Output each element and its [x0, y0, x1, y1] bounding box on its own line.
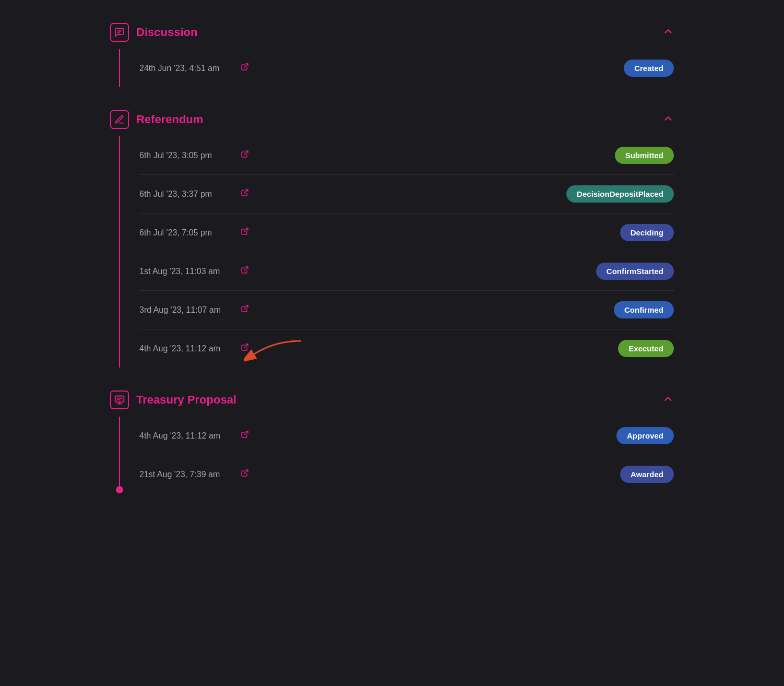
external-link-icon[interactable]	[241, 188, 249, 199]
timeline-line-discussion	[110, 49, 129, 87]
timestamp: 4th Aug '23, 11:12 am	[139, 344, 233, 353]
timestamp: 3rd Aug '23, 11:07 am	[139, 305, 233, 315]
section-discussion: Discussion24th Jun '23, 4:51 amCreated	[110, 16, 674, 87]
external-link-icon[interactable]	[241, 150, 249, 161]
section-referendum: Referendum6th Jul '23, 3:05 pmSubmitted6…	[110, 103, 674, 368]
section-treasury: Treasury Proposal4th Aug '23, 11:12 amAp…	[110, 383, 674, 493]
timeline-row: 4th Aug '23, 11:12 amExecuted	[139, 329, 674, 368]
svg-line-4	[244, 190, 248, 193]
timeline-row: 1st Aug '23, 11:03 amConfirmStarted	[139, 252, 674, 291]
timeline-row: 3rd Aug '23, 11:07 amConfirmed	[139, 291, 674, 329]
svg-line-15	[244, 431, 248, 435]
status-badge: Submitted	[615, 147, 674, 164]
timeline-referendum: 6th Jul '23, 3:05 pmSubmitted6th Jul '23…	[110, 136, 674, 368]
svg-line-16	[244, 470, 248, 474]
timeline-discussion: 24th Jun '23, 4:51 amCreated	[110, 49, 674, 87]
status-badge: Confirmed	[614, 301, 674, 318]
external-link-icon[interactable]	[241, 63, 249, 74]
timestamp: 1st Aug '23, 11:03 am	[139, 267, 233, 276]
chevron-icon-referendum[interactable]	[662, 113, 674, 127]
svg-line-5	[244, 228, 248, 232]
main-container: Discussion24th Jun '23, 4:51 amCreatedRe…	[79, 0, 705, 525]
timeline-dot-end	[116, 486, 123, 493]
external-link-icon[interactable]	[241, 304, 249, 315]
status-badge: Deciding	[620, 224, 674, 241]
external-link-icon[interactable]	[241, 227, 249, 238]
chevron-icon-treasury[interactable]	[662, 393, 674, 407]
section-title-treasury: Treasury Proposal	[136, 393, 236, 407]
discussion-icon	[110, 23, 129, 42]
timeline-line-treasury	[110, 417, 129, 493]
timeline-row: 6th Jul '23, 3:05 pmSubmitted	[139, 136, 674, 175]
svg-line-6	[244, 267, 248, 270]
timeline-line-referendum	[110, 136, 129, 368]
status-badge: Awarded	[620, 466, 674, 483]
section-title-discussion: Discussion	[136, 26, 197, 39]
referendum-icon	[110, 110, 129, 129]
timeline-items-discussion: 24th Jun '23, 4:51 amCreated	[129, 49, 674, 87]
status-badge: DecisionDepositPlaced	[566, 185, 674, 203]
section-header-discussion[interactable]: Discussion	[110, 16, 674, 49]
timeline-items-referendum: 6th Jul '23, 3:05 pmSubmitted6th Jul '23…	[129, 136, 674, 368]
chevron-icon-discussion[interactable]	[662, 26, 674, 40]
timestamp: 4th Aug '23, 11:12 am	[139, 431, 233, 441]
arrow-annotation	[244, 336, 306, 362]
timestamp: 6th Jul '23, 7:05 pm	[139, 228, 233, 238]
timeline-items-treasury: 4th Aug '23, 11:12 amApproved21st Aug '2…	[129, 417, 674, 493]
timestamp: 6th Jul '23, 3:37 pm	[139, 190, 233, 199]
svg-line-7	[244, 305, 248, 309]
timeline-vline	[119, 417, 120, 486]
timeline-vline	[119, 49, 120, 87]
timestamp: 21st Aug '23, 7:39 am	[139, 470, 233, 479]
timeline-row: 21st Aug '23, 7:39 amAwarded	[139, 455, 674, 493]
timeline-row: 24th Jun '23, 4:51 amCreated	[139, 49, 674, 87]
svg-line-9	[244, 344, 248, 348]
svg-rect-10	[115, 396, 124, 403]
external-link-icon[interactable]	[241, 266, 249, 277]
timeline-row: 4th Aug '23, 11:12 amApproved	[139, 417, 674, 455]
treasury-icon	[110, 391, 129, 409]
section-header-treasury[interactable]: Treasury Proposal	[110, 383, 674, 417]
svg-line-3	[244, 151, 248, 155]
status-badge: Approved	[616, 427, 674, 444]
external-link-icon[interactable]	[241, 469, 249, 480]
timeline-vline	[119, 136, 120, 368]
timestamp: 6th Jul '23, 3:05 pm	[139, 151, 233, 160]
status-badge: Created	[624, 60, 674, 77]
timestamp: 24th Jun '23, 4:51 am	[139, 64, 233, 73]
svg-line-2	[244, 64, 248, 67]
timeline-treasury: 4th Aug '23, 11:12 amApproved21st Aug '2…	[110, 417, 674, 493]
status-badge: Executed	[618, 340, 674, 357]
external-link-icon[interactable]	[241, 343, 249, 354]
external-link-icon[interactable]	[241, 430, 249, 441]
timeline-row: 6th Jul '23, 3:37 pmDecisionDepositPlace…	[139, 175, 674, 214]
timeline-row: 6th Jul '23, 7:05 pmDeciding	[139, 214, 674, 252]
section-header-referendum[interactable]: Referendum	[110, 103, 674, 136]
status-badge: ConfirmStarted	[596, 263, 674, 280]
section-title-referendum: Referendum	[136, 113, 203, 126]
